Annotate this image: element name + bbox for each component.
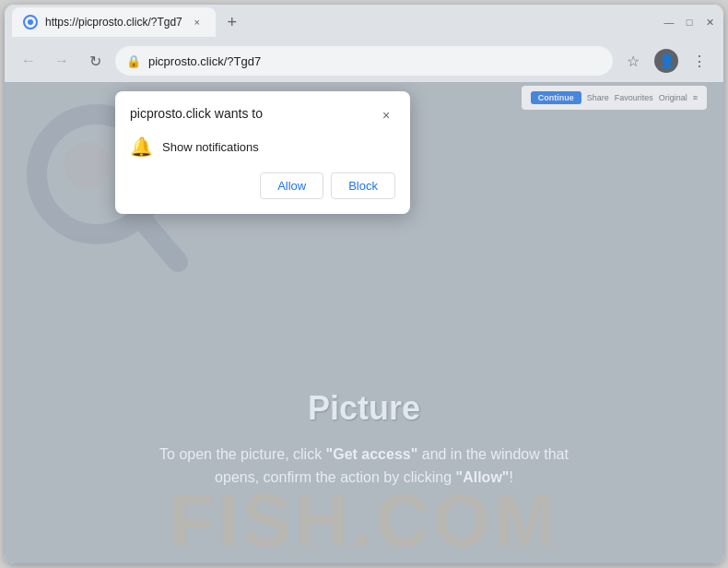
body-text-4: ! xyxy=(509,469,512,485)
title-bar: https://picprosto.click/?Tgd7 × + — □ ✕ xyxy=(5,5,723,40)
bookmark-button[interactable]: ☆ xyxy=(620,48,646,74)
body-text-2: and in the window that xyxy=(417,446,569,462)
overlay-toggle: ≡ xyxy=(693,93,698,102)
svg-line-1 xyxy=(141,219,178,262)
menu-button[interactable]: ⋮ xyxy=(687,48,712,74)
tab-strip: https://picprosto.click/?Tgd7 × + xyxy=(12,7,659,37)
page-text-area: Picture To open the picture, click "Get … xyxy=(5,371,723,508)
fake-ui-overlay: Continue Share Favourites Original ≡ xyxy=(522,86,707,110)
overlay-continue-button[interactable]: Continue xyxy=(531,91,581,104)
lock-icon: 🔒 xyxy=(126,54,141,68)
svg-point-2 xyxy=(65,142,111,188)
active-tab[interactable]: https://picprosto.click/?Tgd7 × xyxy=(12,7,216,37)
new-tab-button[interactable]: + xyxy=(219,9,245,35)
popup-header: picprosto.click wants to × xyxy=(130,106,395,124)
url-box[interactable]: 🔒 picprosto.click/?Tgd7 xyxy=(115,46,613,76)
popup-title: picprosto.click wants to xyxy=(130,106,263,121)
address-bar: ← → ↻ 🔒 picprosto.click/?Tgd7 ☆ 👤 ⋮ xyxy=(5,40,723,82)
popup-close-button[interactable]: × xyxy=(377,106,395,124)
page-title: Picture xyxy=(23,389,705,428)
window-controls: — □ ✕ xyxy=(663,16,716,29)
bell-icon: 🔔 xyxy=(130,136,153,158)
body-text-1: To open the picture, click xyxy=(159,446,326,462)
reload-button[interactable]: ↻ xyxy=(82,48,108,74)
profile-icon: 👤 xyxy=(654,49,678,73)
body-quote-1: "Get access" xyxy=(326,446,418,462)
popup-notification-row: 🔔 Show notifications xyxy=(130,136,395,158)
overlay-links: Share Favourites Original ≡ xyxy=(587,93,698,102)
forward-button[interactable]: → xyxy=(49,48,75,74)
body-quote-2: "Allow" xyxy=(456,469,510,485)
maximize-button[interactable]: □ xyxy=(683,16,696,29)
tab-url-label: https://picprosto.click/?Tgd7 xyxy=(45,16,182,29)
minimize-button[interactable]: — xyxy=(663,16,675,29)
profile-button[interactable]: 👤 xyxy=(653,48,679,74)
popup-notification-text: Show notifications xyxy=(162,140,259,154)
notification-popup: picprosto.click wants to × 🔔 Show notifi… xyxy=(115,91,410,214)
tab-favicon xyxy=(23,15,38,30)
block-button[interactable]: Block xyxy=(331,172,395,199)
overlay-favourites-link: Favourites xyxy=(615,93,653,102)
back-button[interactable]: ← xyxy=(16,48,41,74)
allow-button[interactable]: Allow xyxy=(260,172,323,199)
browser-window: https://picprosto.click/?Tgd7 × + — □ ✕ … xyxy=(5,5,723,563)
overlay-share-link: Share xyxy=(587,93,609,102)
overlay-original-link: Original xyxy=(659,93,687,102)
page-body: To open the picture, click "Get access" … xyxy=(106,443,622,490)
page-content: Continue Share Favourites Original ≡ pic… xyxy=(5,82,723,563)
close-button[interactable]: ✕ xyxy=(703,16,716,29)
tab-close-button[interactable]: × xyxy=(190,15,205,30)
url-text: picprosto.click/?Tgd7 xyxy=(148,54,602,68)
body-text-3: opens, confirm the action by clicking xyxy=(215,469,455,485)
popup-buttons: Allow Block xyxy=(130,172,395,199)
